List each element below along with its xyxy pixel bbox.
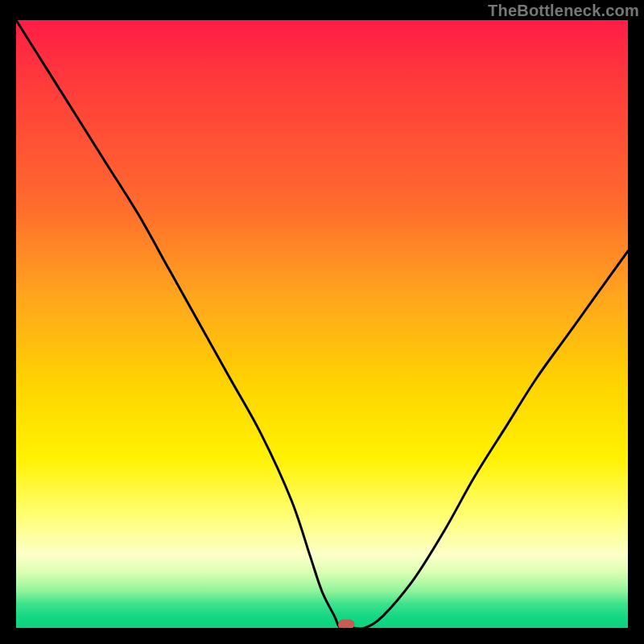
optimal-point-marker bbox=[338, 620, 354, 628]
plot-area bbox=[16, 20, 628, 628]
watermark-text: TheBottleneck.com bbox=[488, 2, 639, 20]
bottleneck-curve bbox=[16, 20, 628, 628]
chart-frame: TheBottleneck.com bbox=[0, 0, 644, 644]
